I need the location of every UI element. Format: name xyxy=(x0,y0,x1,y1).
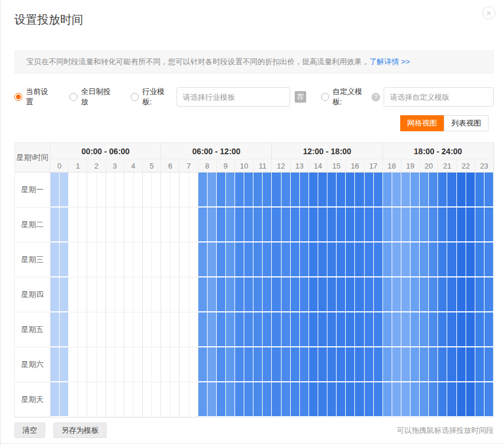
schedule-slot[interactable] xyxy=(327,208,337,242)
schedule-slot[interactable] xyxy=(106,277,115,312)
schedule-slot[interactable] xyxy=(429,382,438,417)
schedule-slot[interactable] xyxy=(365,312,374,347)
schedule-slot[interactable] xyxy=(235,382,244,417)
schedule-slot[interactable] xyxy=(438,312,447,347)
schedule-slot[interactable] xyxy=(327,312,337,347)
schedule-slot[interactable] xyxy=(253,208,263,242)
schedule-slot[interactable] xyxy=(401,277,411,312)
schedule-slot[interactable] xyxy=(485,382,494,417)
schedule-slot[interactable] xyxy=(420,242,429,277)
schedule-slot[interactable] xyxy=(466,173,475,208)
schedule-slot[interactable] xyxy=(87,347,96,382)
schedule-slot[interactable] xyxy=(346,312,355,347)
schedule-slot[interactable] xyxy=(106,382,115,417)
schedule-slot[interactable] xyxy=(208,347,217,382)
schedule-slot[interactable] xyxy=(337,277,346,312)
schedule-slot[interactable] xyxy=(60,382,69,417)
schedule-slot[interactable] xyxy=(60,347,69,382)
schedule-slot[interactable] xyxy=(355,277,364,312)
schedule-slot[interactable] xyxy=(365,347,374,382)
schedule-slot[interactable] xyxy=(143,347,152,382)
schedule-slot[interactable] xyxy=(355,242,364,277)
schedule-slot[interactable] xyxy=(97,347,106,382)
schedule-slot[interactable] xyxy=(392,208,401,242)
schedule-slot[interactable] xyxy=(50,242,60,277)
clear-button[interactable]: 清空 xyxy=(14,422,45,438)
schedule-slot[interactable] xyxy=(152,208,161,242)
schedule-slot[interactable] xyxy=(327,382,337,417)
schedule-slot[interactable] xyxy=(309,312,318,347)
schedule-slot[interactable] xyxy=(152,277,161,312)
schedule-slot[interactable] xyxy=(420,312,429,347)
schedule-slot[interactable] xyxy=(161,277,170,312)
schedule-slot[interactable] xyxy=(475,312,485,347)
schedule-slot[interactable] xyxy=(420,208,429,242)
schedule-slot[interactable] xyxy=(50,382,60,417)
schedule-slot[interactable] xyxy=(318,242,327,277)
schedule-slot[interactable] xyxy=(50,312,60,347)
schedule-slot[interactable] xyxy=(420,277,429,312)
schedule-slot[interactable] xyxy=(208,382,217,417)
schedule-slot[interactable] xyxy=(217,242,226,277)
schedule-slot[interactable] xyxy=(124,173,134,208)
schedule-slot[interactable] xyxy=(134,312,143,347)
schedule-slot[interactable] xyxy=(124,208,134,242)
schedule-slot[interactable] xyxy=(337,347,346,382)
schedule-slot[interactable] xyxy=(87,173,96,208)
schedule-slot[interactable] xyxy=(282,312,291,347)
grid-view-button[interactable]: 网格视图 xyxy=(400,115,444,131)
schedule-slot[interactable] xyxy=(235,242,244,277)
schedule-slot[interactable] xyxy=(143,173,152,208)
schedule-slot[interactable] xyxy=(179,208,189,242)
schedule-slot[interactable] xyxy=(309,382,318,417)
schedule-slot[interactable] xyxy=(244,347,253,382)
schedule-slot[interactable] xyxy=(134,208,143,242)
schedule-slot[interactable] xyxy=(346,382,355,417)
schedule-slot[interactable] xyxy=(272,173,281,208)
schedule-slot[interactable] xyxy=(198,173,208,208)
schedule-slot[interactable] xyxy=(78,382,87,417)
schedule-slot[interactable] xyxy=(365,382,374,417)
schedule-slot[interactable] xyxy=(217,277,226,312)
schedule-slot[interactable] xyxy=(50,347,60,382)
schedule-slot[interactable] xyxy=(300,208,309,242)
schedule-slot[interactable] xyxy=(87,312,96,347)
schedule-slot[interactable] xyxy=(475,173,485,208)
schedule-slot[interactable] xyxy=(263,382,272,417)
schedule-slot[interactable] xyxy=(318,277,327,312)
schedule-slot[interactable] xyxy=(272,382,281,417)
schedule-slot[interactable] xyxy=(179,382,189,417)
schedule-slot[interactable] xyxy=(346,173,355,208)
schedule-slot[interactable] xyxy=(374,382,383,417)
schedule-slot[interactable] xyxy=(346,277,355,312)
schedule-slot[interactable] xyxy=(69,277,78,312)
schedule-slot[interactable] xyxy=(401,208,411,242)
schedule-slot[interactable] xyxy=(337,242,346,277)
schedule-slot[interactable] xyxy=(457,382,466,417)
schedule-slot[interactable] xyxy=(208,312,217,347)
schedule-slot[interactable] xyxy=(87,208,96,242)
schedule-slot[interactable] xyxy=(152,173,161,208)
schedule-slot[interactable] xyxy=(291,208,300,242)
schedule-slot[interactable] xyxy=(411,208,420,242)
schedule-slot[interactable] xyxy=(170,208,179,242)
schedule-slot[interactable] xyxy=(198,382,208,417)
schedule-slot[interactable] xyxy=(78,347,87,382)
schedule-slot[interactable] xyxy=(161,208,170,242)
schedule-slot[interactable] xyxy=(411,173,420,208)
schedule-slot[interactable] xyxy=(152,382,161,417)
schedule-slot[interactable] xyxy=(78,173,87,208)
schedule-slot[interactable] xyxy=(374,277,383,312)
schedule-slot[interactable] xyxy=(346,347,355,382)
schedule-slot[interactable] xyxy=(447,382,456,417)
schedule-slot[interactable] xyxy=(401,173,411,208)
schedule-slot[interactable] xyxy=(282,277,291,312)
radio-all-day[interactable]: 全日制投放 xyxy=(69,87,116,107)
schedule-slot[interactable] xyxy=(291,277,300,312)
schedule-slot[interactable] xyxy=(457,312,466,347)
schedule-slot[interactable] xyxy=(134,382,143,417)
schedule-slot[interactable] xyxy=(198,208,208,242)
schedule-slot[interactable] xyxy=(124,277,134,312)
schedule-slot[interactable] xyxy=(447,312,456,347)
schedule-slot[interactable] xyxy=(189,208,198,242)
